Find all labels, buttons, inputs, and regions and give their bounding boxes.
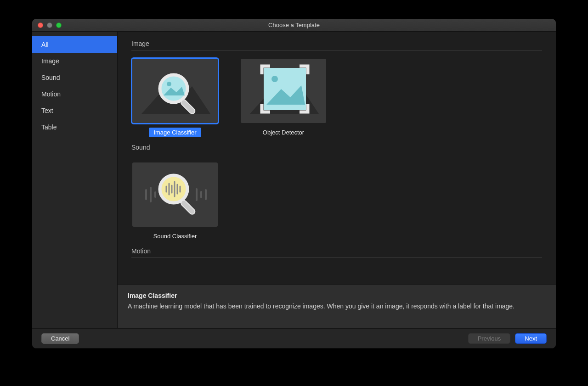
section-header-motion: Motion	[131, 247, 542, 258]
sidebar-item-image[interactable]: Image	[32, 53, 117, 69]
description-panel: Image Classifier A machine learning mode…	[118, 284, 556, 328]
sidebar-item-motion[interactable]: Motion	[32, 86, 117, 102]
main-panel: Image	[118, 32, 556, 328]
cancel-button[interactable]: Cancel	[41, 333, 79, 344]
template-image-classifier[interactable]: Image Classifier	[132, 59, 218, 137]
sound-classifier-thumb	[132, 162, 218, 227]
window-body: All Image Sound Motion Text Table Image	[32, 32, 556, 328]
category-sidebar: All Image Sound Motion Text Table	[32, 32, 118, 328]
sound-grid: Sound Classifier	[131, 162, 542, 241]
section-header-sound: Sound	[131, 144, 542, 154]
section-image: Image	[131, 40, 542, 137]
template-sound-classifier[interactable]: Sound Classifier	[132, 162, 218, 241]
sidebar-item-table[interactable]: Table	[32, 119, 117, 135]
window-title: Choose a Template	[32, 22, 556, 28]
object-detector-icon	[241, 59, 326, 123]
section-sound: Sound	[131, 144, 542, 241]
svg-point-7	[271, 76, 278, 82]
template-object-detector[interactable]: Object Detector	[241, 59, 326, 137]
sidebar-item-sound[interactable]: Sound	[32, 69, 117, 86]
template-label: Sound Classifier	[149, 231, 202, 241]
svg-point-15	[160, 175, 187, 203]
template-label: Image Classifier	[149, 128, 201, 137]
sidebar-item-all[interactable]: All	[32, 36, 117, 53]
template-scroll-area[interactable]: Image	[118, 32, 556, 284]
object-detector-thumb	[241, 59, 326, 123]
previous-button[interactable]: Previous	[468, 333, 511, 344]
footer: Cancel Previous Next	[32, 328, 556, 348]
section-header-image: Image	[131, 40, 542, 50]
svg-point-2	[167, 82, 171, 86]
template-chooser-window: Choose a Template All Image Sound Motion…	[32, 18, 556, 349]
close-window-button[interactable]	[38, 22, 43, 28]
image-classifier-icon	[132, 59, 218, 123]
titlebar: Choose a Template	[32, 19, 556, 32]
svg-point-1	[160, 75, 187, 102]
image-grid: Image Classifier	[131, 59, 542, 137]
template-label: Object Detector	[258, 128, 309, 137]
sound-classifier-icon	[132, 162, 218, 227]
sidebar-item-text[interactable]: Text	[32, 102, 117, 119]
minimize-window-button[interactable]	[47, 22, 52, 28]
next-button[interactable]: Next	[515, 333, 547, 344]
zoom-window-button[interactable]	[56, 22, 62, 28]
description-body: A machine learning model that has been t…	[128, 302, 546, 311]
description-title: Image Classifier	[128, 292, 546, 299]
section-motion: Motion	[131, 247, 542, 258]
image-classifier-thumb	[132, 59, 218, 123]
svg-rect-22	[180, 199, 196, 215]
window-controls	[38, 22, 62, 28]
